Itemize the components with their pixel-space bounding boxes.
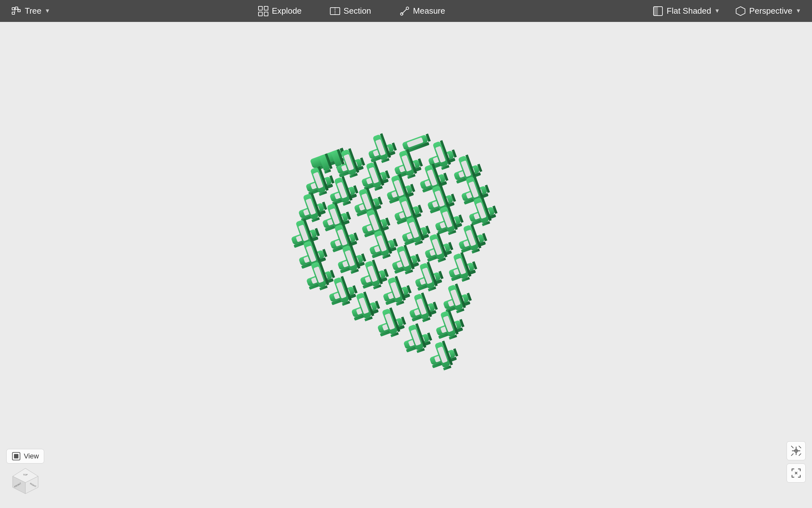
section-icon xyxy=(330,6,341,16)
measure-label: Measure xyxy=(413,6,445,16)
tree-label: Tree xyxy=(25,6,42,16)
view-button[interactable]: View xyxy=(6,449,44,464)
svg-rect-9 xyxy=(259,12,262,16)
flat-shaded-dropdown-arrow: ▼ xyxy=(715,8,720,14)
svg-rect-2 xyxy=(18,9,20,12)
svg-line-15 xyxy=(403,9,406,13)
measure-icon xyxy=(399,6,410,16)
svg-rect-8 xyxy=(264,6,268,10)
svg-marker-19 xyxy=(736,7,745,15)
view-btn-label: View xyxy=(24,452,39,460)
svg-rect-10 xyxy=(264,12,268,16)
right-tools xyxy=(786,441,806,482)
viewport[interactable]: View TOP FRONT RIGHT xyxy=(0,22,812,508)
explode-icon xyxy=(258,6,269,16)
tree-icon xyxy=(11,6,21,16)
snap-tool-button[interactable] xyxy=(786,441,806,460)
view-icon xyxy=(12,452,20,461)
section-label: Section xyxy=(344,6,371,16)
svg-rect-362 xyxy=(14,454,18,458)
view-cube[interactable]: TOP FRONT RIGHT xyxy=(11,467,40,495)
tree-button[interactable]: Tree ▼ xyxy=(6,3,55,19)
explode-label: Explode xyxy=(272,6,302,16)
svg-point-14 xyxy=(406,7,409,9)
perspective-icon xyxy=(735,6,746,16)
flat-shaded-button[interactable]: Flat Shaded ▼ xyxy=(648,3,724,19)
svg-text:TOP: TOP xyxy=(23,474,28,476)
svg-rect-5 xyxy=(12,12,14,14)
svg-rect-1 xyxy=(15,7,18,9)
perspective-button[interactable]: Perspective ▼ xyxy=(731,3,806,19)
perspective-label: Perspective xyxy=(749,6,792,16)
svg-rect-0 xyxy=(12,8,14,10)
svg-rect-7 xyxy=(259,6,262,10)
toolbar: Tree ▼ Explode Sectio xyxy=(0,0,812,22)
perspective-dropdown-arrow: ▼ xyxy=(796,8,801,14)
fit-tool-button[interactable] xyxy=(786,464,806,482)
view-cube-container: View TOP FRONT RIGHT xyxy=(6,449,44,495)
flat-shaded-icon xyxy=(652,6,663,16)
flat-shaded-label: Flat Shaded xyxy=(667,6,711,16)
3d-model xyxy=(263,114,549,416)
measure-button[interactable]: Measure xyxy=(395,3,450,19)
tree-dropdown-arrow: ▼ xyxy=(45,8,50,14)
section-button[interactable]: Section xyxy=(325,3,376,19)
explode-button[interactable]: Explode xyxy=(254,3,306,19)
svg-rect-18 xyxy=(653,7,658,15)
